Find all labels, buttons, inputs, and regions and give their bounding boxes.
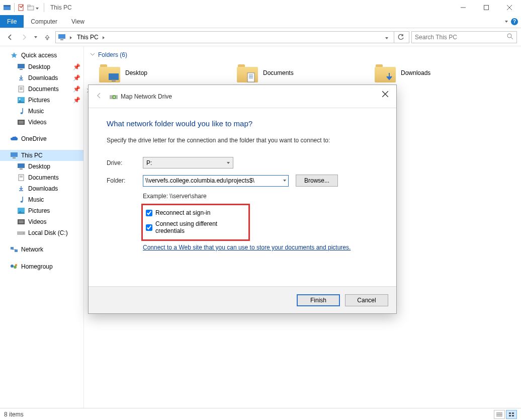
dialog-back-button[interactable] — [96, 92, 105, 101]
thispc-icon — [10, 151, 18, 159]
chevron-down-icon — [283, 180, 286, 182]
finish-button[interactable]: Finish — [297, 294, 340, 306]
address-dropdown-icon[interactable] — [383, 34, 391, 41]
cancel-button[interactable]: Cancel — [345, 294, 388, 306]
tree-label: Quick access — [21, 52, 57, 59]
folder-documents[interactable]: Documents — [237, 63, 342, 82]
tree-item-localdisk[interactable]: Local Disk (C:) — [0, 227, 83, 238]
svg-rect-57 — [512, 415, 514, 416]
ribbon-tab-view[interactable]: View — [64, 15, 92, 28]
tree-item-music[interactable]: Music — [0, 194, 83, 205]
tree-item-documents[interactable]: Documents📌 — [0, 83, 83, 95]
svg-point-21 — [19, 99, 21, 100]
documents-icon — [17, 174, 25, 182]
tree-item-pictures[interactable]: Pictures — [0, 205, 83, 216]
svg-rect-39 — [11, 247, 14, 249]
ribbon-tab-computer[interactable]: Computer — [24, 15, 64, 28]
dialog-title: Map Network Drive — [121, 93, 172, 100]
tree-label: Network — [21, 246, 43, 253]
search-icon[interactable] — [506, 33, 513, 41]
qat-new-folder-icon[interactable] — [27, 4, 35, 12]
reconnect-input[interactable] — [146, 210, 152, 216]
tree-item-desktop[interactable]: Desktop📌 — [0, 61, 83, 72]
homegroup-icon — [10, 263, 18, 271]
tree-label: This PC — [21, 152, 43, 159]
nav-back-button[interactable] — [4, 31, 16, 43]
svg-rect-29 — [19, 175, 24, 181]
diffcreds-checkbox[interactable]: Connect using different credentials — [146, 218, 245, 236]
address-bar[interactable]: This PC — [55, 31, 409, 43]
folder-combobox[interactable]: \\vervefs.college.columbia.edu\projects$… — [143, 175, 289, 187]
tree-network[interactable]: Network — [0, 243, 83, 256]
folder-label: Documents — [263, 69, 294, 76]
svg-rect-26 — [13, 157, 16, 158]
svg-rect-25 — [11, 152, 18, 157]
tree-this-pc[interactable]: This PC — [0, 150, 83, 161]
pin-icon: 📌 — [73, 86, 80, 93]
group-header-folders[interactable]: Folders (6) — [90, 49, 515, 63]
nav-bar: This PC — [0, 28, 521, 46]
svg-line-12 — [511, 37, 513, 39]
tree-item-desktop[interactable]: Desktop — [0, 161, 83, 172]
refresh-button[interactable] — [394, 31, 407, 43]
svg-point-38 — [23, 233, 24, 234]
nav-up-button[interactable] — [41, 31, 53, 43]
browse-button[interactable]: Browse... — [296, 175, 338, 187]
folder-downloads[interactable]: Downloads — [375, 63, 480, 82]
tree-item-documents[interactable]: Documents — [0, 172, 83, 183]
maximize-button[interactable] — [475, 0, 498, 15]
tree-item-downloads[interactable]: Downloads📌 — [0, 72, 83, 83]
close-button[interactable] — [498, 0, 521, 15]
star-icon — [10, 51, 18, 59]
help-icon[interactable]: ? — [511, 18, 518, 25]
nav-recent-button[interactable] — [32, 31, 39, 43]
svg-rect-13 — [18, 64, 25, 68]
dialog-close-button[interactable] — [380, 89, 390, 99]
tree-item-videos[interactable]: Videos — [0, 216, 83, 227]
dialog-heading: What network folder would you like to ma… — [107, 119, 378, 128]
tree-label: Homegroup — [21, 263, 53, 270]
view-tiles-button[interactable] — [506, 410, 517, 419]
svg-point-11 — [507, 34, 511, 38]
tree-onedrive[interactable]: OneDrive — [0, 133, 83, 145]
thispc-icon — [58, 33, 66, 41]
svg-rect-1 — [4, 5, 11, 7]
dialog-instruction: Specify the drive letter for the connect… — [107, 137, 378, 144]
address-crumb[interactable]: This PC — [76, 34, 99, 41]
svg-point-62 — [114, 96, 115, 98]
qat-customize-icon[interactable] — [36, 4, 41, 11]
view-details-button[interactable] — [494, 410, 505, 419]
drive-select[interactable]: P: — [143, 157, 233, 169]
minimize-button[interactable] — [452, 0, 475, 15]
tree-item-pictures[interactable]: Pictures📌 — [0, 95, 83, 106]
folder-desktop[interactable]: Desktop — [99, 63, 205, 82]
svg-point-44 — [15, 264, 17, 266]
tree-label: OneDrive — [21, 135, 47, 142]
qat-properties-icon[interactable] — [18, 4, 26, 12]
highlighted-options: Reconnect at sign-in Connect using diffe… — [141, 204, 250, 241]
svg-rect-4 — [28, 5, 30, 7]
tree-homegroup[interactable]: Homegroup — [0, 261, 83, 273]
nav-forward-button[interactable] — [18, 31, 30, 43]
downloads-icon — [17, 74, 25, 82]
tree-item-downloads[interactable]: Downloads — [0, 183, 83, 194]
search-box[interactable] — [411, 31, 517, 43]
onedrive-icon — [10, 135, 18, 143]
status-bar: 8 items — [0, 408, 521, 420]
tree-quick-access[interactable]: Quick access — [0, 49, 83, 61]
tree-item-music[interactable]: Music — [0, 106, 83, 117]
reconnect-checkbox[interactable]: Reconnect at sign-in — [146, 207, 245, 218]
title-bar: This PC — [0, 0, 521, 15]
ribbon-expand-icon[interactable] — [505, 21, 508, 23]
tree-item-videos[interactable]: Videos — [0, 117, 83, 128]
svg-rect-10 — [60, 39, 63, 40]
file-tab[interactable]: File — [0, 15, 24, 28]
pictures-icon — [17, 207, 25, 215]
folder-label: Downloads — [401, 69, 430, 76]
folder-label: Desktop — [125, 69, 147, 76]
connect-website-link[interactable]: Connect to a Web site that you can use t… — [143, 244, 351, 251]
diffcreds-input[interactable] — [146, 224, 152, 231]
search-input[interactable] — [415, 34, 506, 41]
music-icon — [17, 196, 25, 204]
map-network-drive-dialog: Map Network Drive What network folder wo… — [88, 85, 397, 314]
